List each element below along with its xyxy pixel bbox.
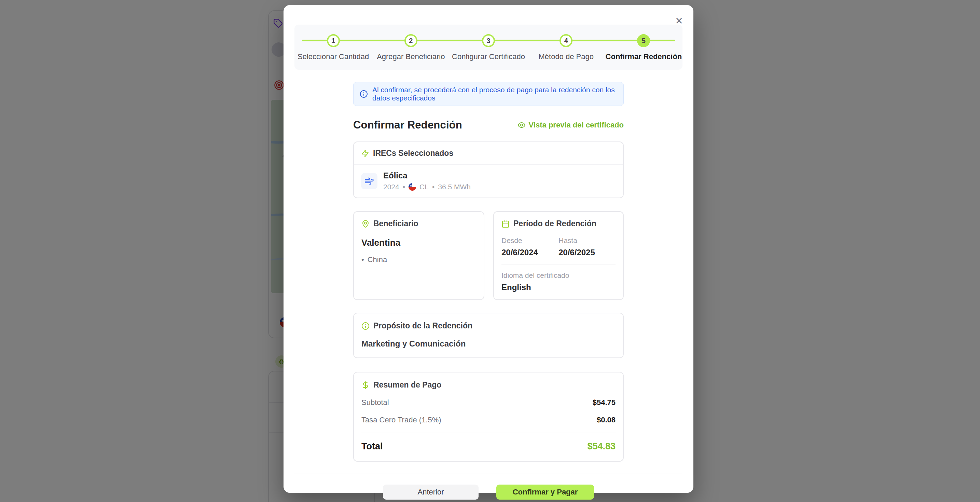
banner-text: Al confirmar, se procederá con el proces… [372, 86, 617, 102]
step-label: Configurar Certificado [452, 52, 525, 61]
step-circle: 1 [327, 34, 340, 47]
purpose-value: Marketing y Comunicación [361, 339, 616, 349]
step-label: Método de Pago [538, 52, 593, 61]
payment-summary-card: Resumen de Pago Subtotal $54.75 Tasa Cer… [353, 372, 624, 462]
beneficiary-card-title: Beneficiario [373, 219, 418, 228]
to-value: 20/6/2025 [558, 248, 616, 257]
step-circle: 4 [560, 34, 573, 47]
calendar-icon [501, 220, 510, 228]
wind-icon [364, 176, 374, 186]
dollar-icon [361, 381, 369, 389]
step-circle: 2 [404, 34, 417, 47]
irec-meta: 2024 • ★ CL • 36.5 MWh [383, 183, 471, 191]
payment-card-title: Resumen de Pago [373, 380, 441, 390]
irec-item: Eólica 2024 • ★ CL • 36.5 MWh [354, 165, 623, 198]
total-label: Total [361, 441, 383, 452]
step-label: Agregar Beneficiario [377, 52, 445, 61]
bullet-dot: • [361, 255, 364, 264]
zap-icon [361, 149, 369, 158]
divider [501, 265, 616, 265]
irec-name: Eólica [383, 171, 471, 180]
step-seleccionar-cantidad: 1 Seleccionar Cantidad [294, 34, 372, 70]
from-value: 20/6/2024 [501, 248, 558, 257]
language-label: Idioma del certificado [501, 271, 616, 279]
step-label: Seleccionar Cantidad [298, 52, 369, 61]
map-pin-icon [361, 220, 369, 228]
period-card: Período de Redención Desde 20/6/2024 Has… [493, 211, 624, 300]
subtotal-value: $54.75 [593, 398, 616, 407]
preview-link-label: Vista previa del certificado [529, 121, 624, 129]
irecs-card-title: IRECs Seleccionados [373, 149, 453, 158]
step-configurar-certificado: 3 Configurar Certificado [450, 34, 527, 70]
fee-value: $0.08 [597, 416, 616, 424]
info-icon [360, 90, 368, 98]
confirm-redemption-modal: × 1 Seleccionar Cantidad 2 Agregar Benef… [283, 5, 694, 493]
footer-divider [294, 473, 682, 474]
confirm-pay-button[interactable]: Confirmar y Pagar [496, 484, 594, 500]
step-metodo-de-pago: 4 Método de Pago [527, 34, 605, 70]
irecs-card: IRECs Seleccionados Eólica 2024 • ★ CL •… [353, 142, 624, 198]
wind-energy-badge [361, 173, 377, 189]
eye-icon [517, 121, 526, 129]
back-button[interactable]: Anterior [383, 484, 479, 500]
step-circle: 5 [637, 34, 650, 47]
step-circle: 3 [482, 34, 495, 47]
total-value: $54.83 [587, 441, 616, 452]
irec-energy: 36.5 MWh [438, 183, 471, 191]
info-banner: Al confirmar, se procederá con el proces… [353, 82, 624, 106]
language-value: English [501, 283, 616, 292]
total-row: Total $54.83 [361, 441, 616, 452]
purpose-card: Propósito de la Redención Marketing y Co… [353, 313, 624, 358]
purpose-card-title: Propósito de la Redención [373, 321, 473, 330]
period-card-title: Período de Redención [514, 219, 597, 228]
separator-dot: • [403, 183, 405, 191]
irec-country-code: CL [420, 183, 429, 191]
from-label: Desde [501, 236, 558, 245]
subtotal-label: Subtotal [361, 398, 389, 407]
beneficiary-card: Beneficiario Valentina • China [353, 211, 484, 300]
preview-certificate-link[interactable]: Vista previa del certificado [517, 121, 624, 129]
separator-dot: • [432, 183, 434, 191]
step-agregar-beneficiario: 2 Agregar Beneficiario [372, 34, 450, 70]
step-label: Confirmar Redención [606, 52, 682, 61]
fee-row: Tasa Cero Trade (1.5%) $0.08 [361, 416, 616, 424]
subtotal-row: Subtotal $54.75 [361, 398, 616, 407]
step-confirmar-redencion: 5 Confirmar Redención [605, 34, 682, 70]
info-circle-icon [361, 322, 369, 330]
chile-flag-icon: ★ [409, 183, 416, 191]
beneficiary-name: Valentina [361, 237, 476, 248]
divider [361, 433, 616, 433]
to-label: Hasta [558, 236, 616, 245]
stepper: 1 Seleccionar Cantidad 2 Agregar Benefic… [294, 25, 682, 70]
fee-label: Tasa Cero Trade (1.5%) [361, 416, 441, 424]
page-title: Confirmar Redención [353, 119, 462, 131]
beneficiary-country: China [368, 255, 387, 264]
irec-year: 2024 [383, 183, 399, 191]
